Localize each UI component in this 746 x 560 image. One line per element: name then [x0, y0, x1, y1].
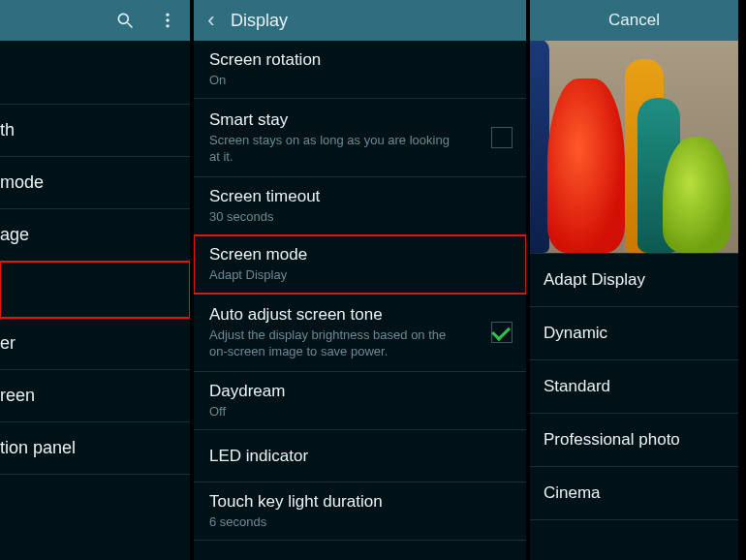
- back-button[interactable]: ‹: [198, 4, 231, 37]
- row-title: Smart stay: [209, 110, 461, 130]
- svg-point-0: [118, 14, 128, 23]
- vase-red: [547, 78, 625, 253]
- row-title: Screen timeout: [209, 187, 320, 206]
- sidebar-item[interactable]: er: [0, 318, 190, 370]
- settings-sidebar: th mode age er reen tion panel: [0, 0, 194, 560]
- row-title: Touch key light duration: [209, 492, 383, 512]
- sidebar-item[interactable]: age: [0, 209, 190, 262]
- sidebar-item-label: er: [0, 333, 16, 354]
- svg-point-2: [166, 14, 169, 16]
- row-title: Auto adjust screen tone: [209, 305, 461, 325]
- row-screen-mode[interactable]: Screen mode Adapt Display: [194, 235, 526, 294]
- vase-green: [663, 137, 730, 253]
- vase-blue: [530, 41, 549, 253]
- display-header: ‹ Display: [194, 0, 526, 41]
- row-title: Daydream: [209, 382, 285, 401]
- mode-professional[interactable]: Professional photo: [530, 414, 738, 467]
- sidebar-item[interactable]: tion panel: [0, 422, 190, 475]
- sidebar-list: th mode age er reen tion panel: [0, 41, 190, 560]
- row-daydream[interactable]: Daydream Off: [194, 372, 526, 430]
- mode-adapt-display[interactable]: Adapt Display: [530, 254, 738, 307]
- sidebar-item-highlighted[interactable]: [0, 262, 190, 318]
- svg-line-1: [128, 23, 133, 28]
- mode-standard[interactable]: Standard: [530, 360, 738, 414]
- row-title: Screen mode: [209, 245, 307, 264]
- sidebar-item-label: mode: [0, 172, 44, 193]
- page-title: Display: [231, 11, 288, 31]
- cancel-header: Cancel: [530, 0, 738, 41]
- sidebar-header: [0, 0, 190, 41]
- row-sub: Off: [209, 404, 285, 420]
- row-sub: 30 seconds: [209, 209, 320, 225]
- row-led-indicator[interactable]: LED indicator: [194, 430, 526, 482]
- display-settings: ‹ Display Screen rotation On Smart stay …: [194, 0, 530, 560]
- row-sub: 6 seconds: [209, 514, 383, 530]
- search-icon[interactable]: [109, 4, 141, 37]
- mode-cinema[interactable]: Cinema: [530, 467, 738, 520]
- row-title: Screen rotation: [209, 50, 321, 70]
- sidebar-item[interactable]: reen: [0, 370, 190, 422]
- sidebar-item[interactable]: mode: [0, 157, 190, 209]
- mode-dynamic[interactable]: Dynamic: [530, 307, 738, 360]
- more-icon[interactable]: [151, 4, 184, 37]
- smart-stay-checkbox[interactable]: [491, 127, 513, 148]
- auto-tone-checkbox[interactable]: [491, 322, 513, 343]
- row-smart-stay[interactable]: Smart stay Screen stays on as long as yo…: [194, 99, 526, 177]
- sidebar-item-label: th: [0, 120, 15, 140]
- row-title: LED indicator: [209, 447, 308, 466]
- row-sub: On: [209, 73, 321, 88]
- row-touch-key-light[interactable]: Touch key light duration 6 seconds: [194, 482, 526, 541]
- row-sub: Adapt Display: [209, 267, 307, 283]
- sidebar-item-label: age: [0, 225, 29, 245]
- screen-mode-picker: Cancel Adapt Display Dynamic Standard Pr…: [530, 0, 738, 560]
- row-sub: Adjust the display brightness based on t…: [209, 327, 461, 359]
- preview-image: [530, 41, 738, 254]
- sidebar-item[interactable]: th: [0, 105, 190, 157]
- cancel-button[interactable]: Cancel: [608, 11, 660, 30]
- row-screen-timeout[interactable]: Screen timeout 30 seconds: [194, 177, 526, 235]
- sidebar-item-label: reen: [0, 386, 35, 406]
- row-sub: Screen stays on as long as you are looki…: [209, 133, 461, 165]
- sidebar-gap: [0, 41, 190, 105]
- svg-point-4: [166, 24, 169, 27]
- svg-point-3: [166, 18, 169, 21]
- display-list: Screen rotation On Smart stay Screen sta…: [194, 41, 526, 560]
- chevron-left-icon: ‹: [207, 8, 214, 33]
- mode-list: Adapt Display Dynamic Standard Professio…: [530, 254, 738, 560]
- row-auto-adjust-tone[interactable]: Auto adjust screen tone Adjust the displ…: [194, 294, 526, 372]
- row-screen-rotation[interactable]: Screen rotation On: [194, 41, 526, 99]
- sidebar-item-label: tion panel: [0, 438, 76, 458]
